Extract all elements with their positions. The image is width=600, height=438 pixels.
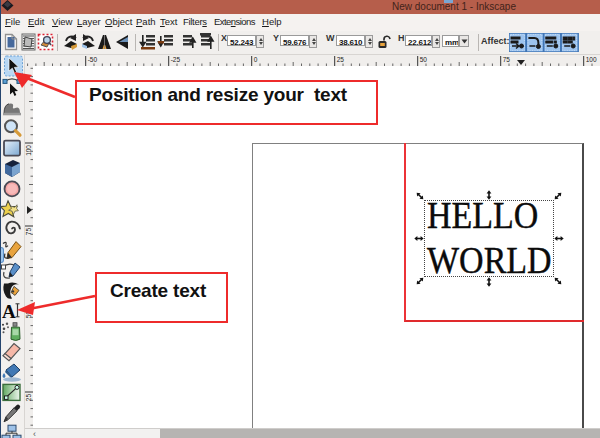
svg-text:100: 100	[25, 145, 32, 156]
svg-text:0: 0	[254, 56, 258, 63]
svg-text:-25: -25	[171, 56, 181, 63]
svg-text:50: 50	[420, 56, 428, 63]
svg-text:-50: -50	[88, 56, 98, 63]
svg-text:100: 100	[586, 56, 597, 63]
svg-text:A: A	[2, 301, 16, 322]
svg-text:75: 75	[503, 56, 511, 63]
svg-text:25: 25	[337, 56, 345, 63]
